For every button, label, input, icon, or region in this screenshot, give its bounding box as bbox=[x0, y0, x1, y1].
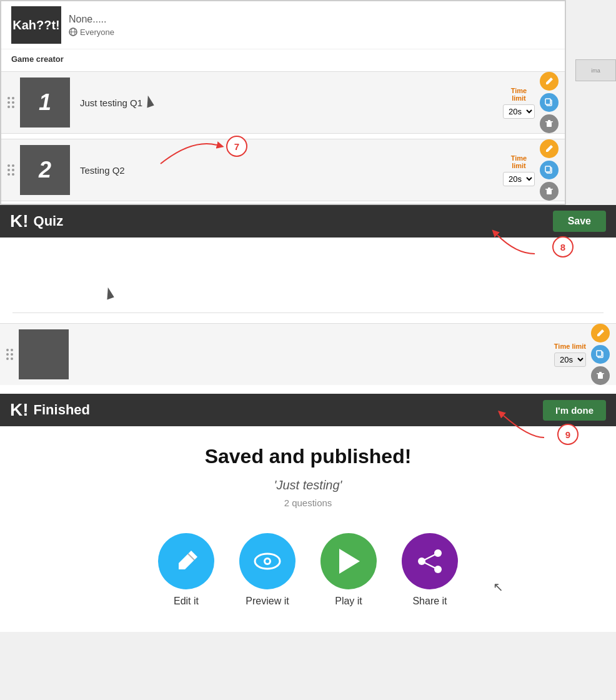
svg-rect-11 bbox=[545, 189, 553, 190]
quiz-editor-middle: K! Quiz Save bbox=[0, 205, 616, 394]
svg-rect-9 bbox=[545, 166, 550, 172]
drag-handle-1[interactable] bbox=[1, 92, 20, 113]
svg-point-21 bbox=[266, 559, 269, 563]
edit-button-edit[interactable] bbox=[591, 324, 610, 342]
share-label: Share it bbox=[412, 596, 447, 607]
svg-marker-22 bbox=[339, 549, 360, 574]
question-count: 2 questions bbox=[284, 498, 332, 508]
copy-button-1[interactable] bbox=[540, 93, 559, 112]
svg-rect-4 bbox=[545, 99, 550, 104]
edit-button-1[interactable] bbox=[540, 72, 559, 91]
save-button[interactable]: Save bbox=[553, 211, 606, 232]
question-row-2: 2 Testing Q2 Timelimit 20s 10s 30s 60s bbox=[1, 139, 565, 201]
quiz-title-display: None..... bbox=[69, 14, 114, 25]
time-limit-select-edit[interactable]: 20s 10s 30s 60s bbox=[554, 352, 586, 367]
cursor-arrow-1 bbox=[145, 96, 152, 107]
copy-icon-edit bbox=[596, 350, 605, 359]
trash-icon bbox=[545, 119, 554, 128]
globe-icon bbox=[69, 28, 77, 36]
pencil-icon-2 bbox=[545, 144, 554, 153]
quiz-bar-text: Quiz bbox=[34, 213, 64, 229]
quiz-header: Kah??t! None..... Everyone bbox=[1, 1, 565, 49]
time-limit-label-edit: Time limit bbox=[554, 342, 586, 350]
delete-button-edit[interactable] bbox=[591, 366, 610, 385]
question-number-box-1: 1 bbox=[20, 78, 70, 128]
time-limit-label: Timelimit bbox=[511, 87, 527, 102]
svg-rect-17 bbox=[599, 372, 602, 373]
drag-handle-2[interactable] bbox=[1, 159, 20, 181]
action-buttons-row: Edit it Preview it bbox=[158, 533, 458, 607]
action-item-play[interactable]: Play it bbox=[320, 533, 377, 607]
arrow-svg-8 bbox=[485, 229, 541, 260]
preview-circle[interactable] bbox=[239, 533, 296, 589]
play-icon bbox=[336, 548, 361, 575]
pencil-icon-edit bbox=[596, 329, 605, 338]
quiz-bar-title: K! Quiz bbox=[10, 211, 63, 231]
eye-icon bbox=[252, 546, 282, 576]
copy-button-edit[interactable] bbox=[591, 345, 610, 364]
red-arrow-8 bbox=[485, 229, 541, 262]
cursor-arrow-2 bbox=[105, 288, 112, 299]
svg-rect-16 bbox=[597, 373, 604, 374]
question-text-1: Just testing Q1 bbox=[70, 98, 503, 108]
bubble-8: 8 bbox=[552, 236, 574, 258]
copy-button-2[interactable] bbox=[540, 161, 559, 179]
svg-rect-6 bbox=[545, 121, 553, 122]
svg-rect-12 bbox=[548, 188, 550, 189]
logo-text: Kah??t! bbox=[12, 18, 60, 32]
time-limit-edit: Time limit 20s 10s 30s 60s bbox=[554, 342, 586, 367]
drag-handle-edit[interactable] bbox=[0, 344, 19, 365]
time-limit-label-2: Timelimit bbox=[511, 154, 527, 169]
svg-rect-10 bbox=[547, 189, 552, 194]
delete-button-2[interactable] bbox=[540, 182, 559, 201]
arrow-svg-9 bbox=[491, 406, 554, 444]
time-limit-1: Timelimit 20s 10s 30s 60s bbox=[503, 87, 535, 119]
action-item-share[interactable]: Share it bbox=[402, 533, 458, 607]
action-item-preview[interactable]: Preview it bbox=[239, 533, 296, 607]
trash-icon-edit bbox=[596, 371, 605, 380]
question-text-2: Testing Q2 bbox=[70, 165, 503, 176]
quiz-meta: None..... Everyone bbox=[69, 14, 114, 37]
saved-published-title: Saved and published! bbox=[205, 445, 412, 468]
question-number-2: 2 bbox=[39, 157, 51, 183]
question-row: 1 Just testing Q1 Timelimit 20s 10s 30s … bbox=[1, 71, 565, 134]
play-label: Play it bbox=[335, 596, 362, 607]
action-buttons-2 bbox=[540, 139, 559, 201]
edit-circle[interactable] bbox=[158, 533, 214, 589]
k-logo-bar: K! bbox=[10, 211, 29, 231]
time-limit-2: Timelimit 20s 10s 30s 60s bbox=[503, 154, 535, 186]
time-limit-select-1[interactable]: 20s 10s 30s 60s bbox=[503, 104, 535, 119]
time-limit-select-2[interactable]: 20s 10s 30s 60s bbox=[503, 172, 535, 186]
bubble-7: 7 bbox=[226, 136, 247, 157]
edit-label: Edit it bbox=[174, 596, 199, 607]
svg-rect-15 bbox=[598, 374, 603, 379]
visibility-label: Everyone bbox=[80, 28, 114, 37]
red-arrow-9 bbox=[491, 406, 554, 446]
question-edit-row: Time limit 20s 10s 30s 60s bbox=[0, 323, 616, 385]
share-circle[interactable] bbox=[402, 533, 458, 589]
play-circle[interactable] bbox=[320, 533, 377, 589]
quiz-name-published: 'Just testing' bbox=[274, 478, 342, 492]
pencil-icon bbox=[545, 77, 554, 86]
trash-icon-2 bbox=[545, 187, 554, 196]
k-logo-finished: K! bbox=[10, 400, 29, 420]
question-number-box-edit bbox=[19, 329, 69, 379]
preview-label: Preview it bbox=[246, 596, 289, 607]
edit-button-2[interactable] bbox=[540, 139, 559, 158]
finished-content: Saved and published! 'Just testing' 2 qu… bbox=[0, 426, 616, 632]
finished-bar-title: K! Finished bbox=[10, 400, 90, 420]
share-icon bbox=[415, 547, 444, 576]
svg-rect-5 bbox=[547, 122, 552, 127]
cursor-arrow-3: ↖ bbox=[493, 579, 504, 594]
game-creator-label: Game creator bbox=[1, 49, 565, 69]
question-number-1: 1 bbox=[39, 89, 51, 116]
action-item-edit[interactable]: Edit it bbox=[158, 533, 214, 607]
delete-button-1[interactable] bbox=[540, 114, 559, 133]
quiz-editor-section: Kah??t! None..... Everyone Game creator bbox=[0, 0, 566, 205]
edit-pencil-icon bbox=[172, 548, 201, 576]
bubble-9: 9 bbox=[557, 424, 579, 445]
question-number-box-2: 2 bbox=[20, 145, 70, 195]
arrow-svg-7 bbox=[154, 132, 229, 170]
red-arrow-7 bbox=[154, 132, 229, 172]
svg-line-27 bbox=[422, 561, 438, 569]
